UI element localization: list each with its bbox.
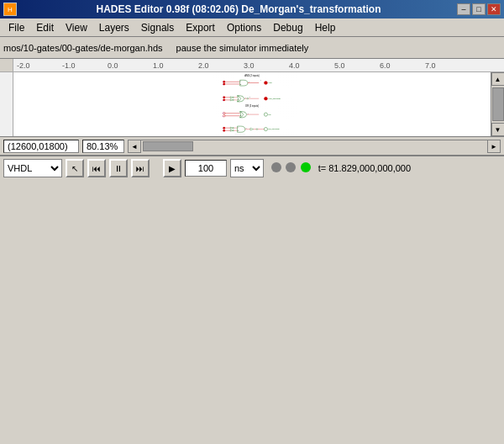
svg-point-50 [223,127,224,129]
dot3 [301,162,311,172]
ruler-vertical [0,72,13,136]
svg-point-51 [223,130,224,131]
zoom-display: 80.13% [82,140,124,153]
ruler-mark: 3.0 [244,61,255,70]
scroll-left-button[interactable]: ◄ [128,140,141,153]
minimize-button[interactable]: – [457,3,470,15]
menu-item-export[interactable]: Export [181,20,220,35]
ruler-mark: -2.0 [17,61,30,70]
sim-time-display: t= 81.829,000,000,000 [318,163,411,173]
ruler-mark: 7.0 [425,61,436,70]
time-input[interactable]: 100 [185,160,227,177]
svg-text:d: d [223,83,223,85]
ruler-mark: 4.0 [289,61,300,70]
app-icon: H [3,3,17,16]
cursor-button[interactable]: ↖ [66,159,84,177]
title-text: HADES Editor 0.98f (08:02.06) De_Morgan'… [20,3,457,15]
window-controls: – □ ✕ [457,3,501,15]
rewind-button[interactable]: ⏮ [87,159,106,177]
coordinates-display: (12600,01800) [3,140,79,153]
svg-text:www.hyphps.com: www.hyphps.com [234,134,245,135]
horizontal-scrollbar[interactable]: ◄ ► [128,140,501,153]
menu-item-options[interactable]: Options [222,20,266,35]
close-button[interactable]: ✕ [487,3,501,15]
menu-item-edit[interactable]: Edit [31,20,59,35]
vertical-scrollbar[interactable]: ▲ ▼ [491,72,504,136]
menu-bar: FileEditViewLayersSignalsExportOptionsDe… [0,18,504,37]
scroll-down-button[interactable]: ▼ [491,123,505,136]
file-path: mos/10-gates/00-gates/de-morgan.hds [3,43,163,53]
menu-item-layers[interactable]: Layers [94,20,134,35]
svg-text:s: s [249,96,250,98]
ruler-horizontal: -2.0-1.00.01.02.03.04.05.06.07.0 [13,59,504,72]
scroll-up-button[interactable]: ▲ [491,72,505,86]
sim-status-text: pause the simulator immediately [176,43,309,53]
dot1 [271,162,281,172]
ruler-corner [0,59,13,72]
scroll-right-button[interactable]: ► [487,140,501,153]
svg-text:e: e [223,115,223,117]
scroll-v-thumb[interactable] [492,87,504,121]
step-forward-button[interactable]: ⏭ [131,159,150,177]
bottom-bar: VHDL ↖ ⏮ ⏸ ⏭ ▶ 100 ns us ms t= 81.829,00… [0,155,504,180]
time-unit-select[interactable]: ns us ms [230,159,264,177]
svg-point-17 [223,97,224,98]
svg-text:c: c [223,81,223,82]
svg-point-11 [264,81,267,84]
svg-rect-1 [206,72,299,136]
ruler-mark: 6.0 [380,61,391,70]
ruler-mark: 5.0 [334,61,345,70]
svg-text:OR: OR [268,114,271,115]
pause-button[interactable]: ⏸ [109,159,128,177]
vhdl-select[interactable]: VHDL [3,159,62,177]
toolbar: mos/10-gates/00-gates/de-morgan.hds paus… [0,37,504,59]
menu-item-debug[interactable]: Debug [268,20,307,35]
play-button[interactable]: ▶ [163,159,181,177]
svg-text:AND: AND [268,82,272,83]
menu-item-help[interactable]: Help [310,20,341,35]
menu-item-signals[interactable]: Signals [136,20,179,35]
svg-text:g: g [223,99,223,101]
schematic-canvas[interactable]: AND (2 inputs) c d A B AND [13,72,491,136]
status-bar: (12600,01800) 80.13% ◄ ► [0,136,504,155]
dot2 [286,162,296,172]
scroll-h-thumb[interactable] [143,141,193,151]
svg-point-34 [264,97,267,100]
canvas-wrapper: -2.0-1.00.01.02.03.04.05.06.07.0 AND (2 … [0,59,504,136]
ruler-mark: 0.0 [108,61,118,70]
ruler-mark: -1.0 [62,61,76,70]
ruler-mark: 1.0 [153,61,164,70]
title-bar: H HADES Editor 0.98f (08:02.06) De_Morga… [0,0,504,18]
menu-item-file[interactable]: File [3,20,29,35]
ruler-mark: 2.0 [198,61,209,70]
menu-item-view[interactable]: View [60,20,92,35]
maximize-button[interactable]: □ [472,3,486,15]
